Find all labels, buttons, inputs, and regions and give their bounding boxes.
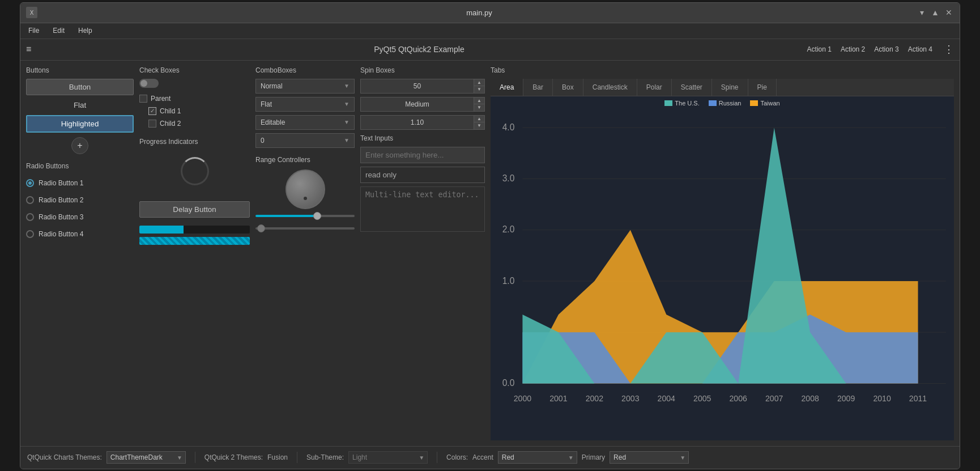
radio-button-4[interactable]: Radio Button 4	[26, 226, 134, 243]
maximize-button[interactable]: ▲	[930, 7, 940, 18]
svg-text:1.0: 1.0	[502, 274, 515, 285]
toolbar-action-3[interactable]: Action 3	[874, 45, 898, 53]
chart-panel: Tabs Area Bar Box Candlestick Polar Scat…	[491, 66, 954, 440]
accent-select[interactable]: Red	[498, 451, 577, 464]
checkbox-box-child1: ✓	[148, 107, 156, 115]
progress-bar-1-container	[139, 226, 250, 234]
dial-knob[interactable]	[286, 169, 325, 209]
button-flat[interactable]: Flat	[26, 97, 134, 113]
progress-bar-2-container	[139, 237, 250, 245]
combobox-zero-arrow: ▼	[344, 137, 350, 143]
charts-theme-select[interactable]: ChartThemeDark	[106, 451, 186, 464]
text-area-multiline[interactable]	[360, 186, 485, 232]
main-content: Buttons Button Flat Highlighted + Radio …	[20, 61, 960, 446]
progress-bar-2-fill	[139, 237, 250, 245]
svg-text:2006: 2006	[730, 393, 747, 402]
button-plus[interactable]: +	[71, 137, 88, 154]
chart-tab-area[interactable]: Area	[491, 79, 523, 96]
toolbar-action-4[interactable]: Action 4	[908, 45, 932, 53]
spinbox-row-3: 1.10 ▲ ▼	[360, 115, 485, 130]
toolbar-action-1[interactable]: Action 1	[807, 45, 832, 53]
chart-tab-polar[interactable]: Polar	[637, 79, 672, 96]
spinbox-up-1[interactable]: ▲	[474, 79, 484, 86]
text-input-main[interactable]	[360, 147, 485, 163]
spinbox-value-2: Medium	[361, 98, 474, 111]
toolbar-title: PyQt5 QtQuick2 Example	[42, 45, 795, 54]
checkbox-switch-row	[139, 79, 250, 88]
chart-tab-scatter[interactable]: Scatter	[672, 79, 712, 96]
more-options-icon[interactable]: ⋮	[944, 43, 954, 56]
combobox-zero[interactable]: 0 ▼	[255, 133, 355, 148]
legend-russian: Russian	[709, 100, 742, 107]
svg-text:2003: 2003	[621, 393, 639, 402]
spinbox-down-2[interactable]: ▼	[474, 104, 484, 111]
legend-label-russian: Russian	[719, 100, 742, 107]
combobox-normal[interactable]: Normal ▼	[255, 79, 355, 94]
spinbox-down-3[interactable]: ▼	[474, 122, 484, 129]
combobox-editable[interactable]: Editable ▼	[255, 115, 355, 130]
checkbox-child1[interactable]: ✓ Child 1	[148, 105, 250, 117]
checkbox-child2-label: Child 2	[160, 120, 181, 128]
menu-help[interactable]: Help	[76, 26, 95, 36]
slider-h-track	[255, 215, 355, 217]
accent-wrapper: Red ▼	[498, 451, 577, 464]
radio-dot-1	[28, 181, 32, 185]
slider-h-thumb[interactable]	[313, 212, 321, 220]
radio-label-1: Radio Button 1	[39, 179, 83, 187]
combobox-normal-value: Normal	[261, 82, 283, 90]
toolbar-action-2[interactable]: Action 2	[841, 45, 865, 53]
radio-button-2[interactable]: Radio Button 2	[26, 192, 134, 209]
spinbox-up-3[interactable]: ▲	[474, 116, 484, 122]
menu-file[interactable]: File	[26, 26, 41, 36]
legend-color-russian	[709, 100, 717, 106]
spinbox-down-1[interactable]: ▼	[474, 86, 484, 93]
delay-button[interactable]: Delay Button	[139, 201, 250, 218]
slider-h2-thumb[interactable]	[257, 224, 265, 232]
chart-area: The U.S. Russian Taiwan	[491, 96, 954, 440]
primary-wrapper: Red ▼	[610, 451, 689, 464]
chart-section-title: Tabs	[491, 66, 954, 74]
svg-text:2007: 2007	[765, 393, 783, 402]
checkbox-parent[interactable]: Parent	[139, 92, 250, 105]
menu-edit[interactable]: Edit	[50, 26, 67, 36]
radio-circle-4	[26, 230, 34, 238]
radio-button-3[interactable]: Radio Button 3	[26, 209, 134, 226]
checkbox-child2[interactable]: Child 2	[148, 117, 250, 130]
chart-tab-spine[interactable]: Spine	[712, 79, 748, 96]
chart-tab-bar[interactable]: Bar	[523, 79, 553, 96]
checkbox-child1-label: Child 1	[160, 107, 181, 115]
checkbox-box-parent	[139, 95, 147, 103]
button-normal[interactable]: Button	[26, 79, 134, 95]
title-bar: X main.py ▾ ▲ ✕	[20, 3, 960, 23]
subtheme-wrapper: Light ▼	[348, 451, 428, 464]
checkbox-switch[interactable]	[139, 79, 159, 88]
chart-legend: The U.S. Russian Taiwan	[491, 96, 954, 110]
subtheme-select[interactable]: Light	[348, 451, 428, 464]
main-window: X main.py ▾ ▲ ✕ File Edit Help ≡ PyQt5 Q…	[20, 2, 960, 469]
bottom-charts-theme-section: QtQuick Charts Themes: ChartThemeDark ▼	[27, 451, 186, 464]
spinbox-row-2: Medium ▲ ▼	[360, 97, 485, 112]
text-input-readonly	[360, 167, 485, 183]
legend-label-taiwan: Taiwan	[760, 100, 779, 107]
progress-section-title: Progress Indicators	[139, 138, 250, 146]
hamburger-icon[interactable]: ≡	[26, 44, 31, 54]
chart-tab-pie[interactable]: Pie	[748, 79, 777, 96]
menu-bar: File Edit Help	[20, 23, 960, 39]
chart-tab-candlestick[interactable]: Candlestick	[583, 79, 637, 96]
comboboxes-panel: ComboBoxes Normal ▼ Flat ▼ Editable ▼	[255, 66, 355, 440]
progress-bar-1-fill	[139, 226, 184, 234]
spinbox-btns-2: ▲ ▼	[474, 97, 484, 111]
spinner	[181, 157, 209, 185]
minimize-button[interactable]: ▾	[917, 7, 927, 18]
slider-h-container	[255, 215, 355, 223]
chart-tab-box[interactable]: Box	[553, 79, 583, 96]
combobox-flat[interactable]: Flat ▼	[255, 97, 355, 112]
spinbox-up-2[interactable]: ▲	[474, 97, 484, 104]
button-highlighted[interactable]: Highlighted	[26, 115, 134, 133]
radio-button-1[interactable]: Radio Button 1	[26, 175, 134, 192]
toolbar: ≡ PyQt5 QtQuick2 Example Action 1 Action…	[20, 39, 960, 61]
close-button[interactable]: ✕	[944, 7, 954, 18]
bottom-colors-section: Colors: Accent Red ▼ Primary Red ▼	[446, 451, 689, 464]
primary-select[interactable]: Red	[610, 451, 689, 464]
radio-circle-1	[26, 179, 34, 187]
